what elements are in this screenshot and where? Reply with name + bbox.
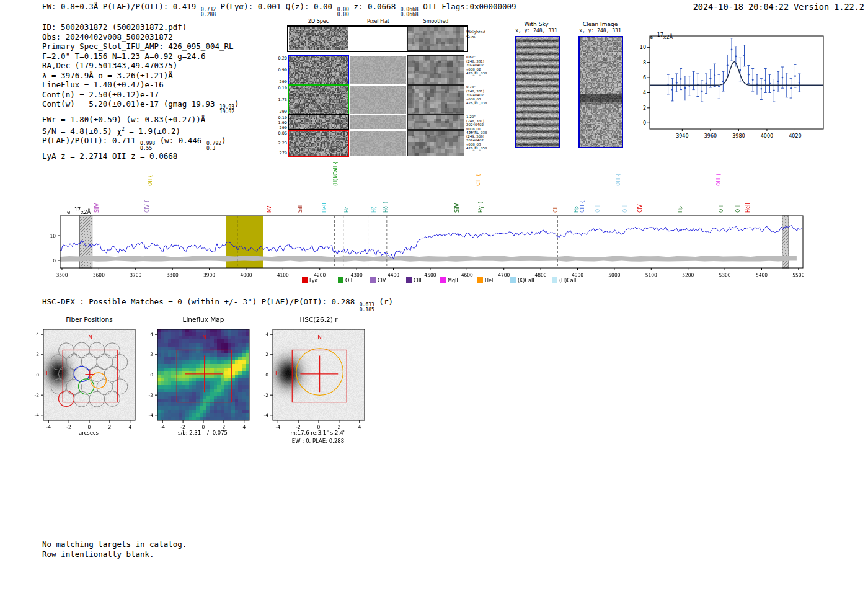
data-point — [760, 88, 762, 90]
x-tick-label: 3500 — [56, 272, 68, 278]
fiber-positions-panel: Fiber Positions -4-4-2-2002244NE arcsecs — [30, 313, 148, 453]
spec2d-strip — [350, 115, 406, 129]
y-tick-label: -4 — [35, 412, 40, 418]
data-point — [731, 49, 733, 51]
panel-xlabel2: EWr: 0. PLAE: 0.288 — [259, 438, 377, 444]
x-tick-label: -4 — [46, 424, 51, 430]
legend-swatch — [510, 277, 516, 283]
line-fit-inset-plot: 394039603980400040200246810 — [632, 31, 831, 146]
y-tick-label: 0 — [265, 372, 268, 378]
footer-line: No matching targets in catalog. — [42, 540, 187, 549]
left-label: 299 — [273, 125, 287, 130]
x-tick-label: 4900 — [572, 272, 583, 278]
text-run: N=1. — [107, 51, 131, 61]
emission-line-label: HeII — [322, 203, 327, 213]
spec2d-row-annotation: 1.92"(249, 506)20240402v008_03426_RL_058 — [466, 130, 497, 151]
x-tick-label: 3940 — [676, 133, 688, 139]
data-point — [794, 75, 796, 77]
info-line: Primary Spec_Slot_IFU_AMP: 426_095_004_R… — [42, 42, 239, 51]
data-point — [722, 81, 724, 82]
data-point — [684, 87, 686, 89]
data-point — [718, 86, 720, 87]
fiber-circle-colored — [74, 366, 89, 381]
emission-line-label: Hγ { — [478, 202, 484, 213]
x-tick-label: 3800 — [167, 272, 179, 278]
info-line: F=2.0" T=0.156 N=1.23 A=0.92 g=24.6 — [42, 51, 239, 61]
stacked-uncertainty: 0.9980.55 — [140, 141, 155, 151]
emission-line-label: Hβ — [678, 206, 683, 213]
info-line: RA,Dec (179.501343,49.470375) — [42, 61, 239, 71]
x-tick-label: 3600 — [93, 272, 105, 278]
fiber-circle — [112, 355, 128, 370]
main-unit-label: e−17x2Å — [67, 207, 91, 215]
data-point — [714, 74, 715, 76]
clean-image — [578, 36, 623, 148]
data-point — [701, 91, 703, 92]
annotation-line: 426_RL_058 — [466, 146, 497, 151]
info-line: S/N = 4.8(±0.5) χ2 = 1.9(±0.2) — [42, 125, 239, 136]
emission-line-label: Hζ — [371, 207, 377, 213]
legend-swatch — [477, 277, 483, 283]
info-line: λ = 3976.9Å σ = 3.26(±1.21)Å — [42, 71, 239, 81]
x-tick-label: 2 — [108, 424, 111, 430]
y-tick-label: -4 — [264, 412, 269, 418]
compass-n: N — [202, 334, 206, 340]
spec2d-strip — [407, 85, 464, 115]
fiber-circle — [66, 354, 82, 370]
data-point — [693, 80, 694, 82]
footer-notes: No matching targets in catalog.Row inten… — [42, 540, 187, 559]
data-point — [671, 89, 673, 91]
data-point — [706, 82, 707, 84]
x-tick-label: 2 — [337, 424, 340, 430]
spec2d-row-left-labels: 0.191.73299 — [273, 86, 287, 114]
x-tick-label: 0 — [88, 424, 91, 430]
lower-bound: 0.185 — [360, 308, 374, 313]
legend-swatch — [406, 277, 412, 283]
stacked-uncertainty: 0.6330.185 — [360, 303, 374, 313]
clean-image-title: Clean Image — [577, 21, 623, 27]
spec2d-col-header: Pixel Flat — [350, 19, 406, 24]
data-point — [727, 64, 728, 66]
compass-e: E — [46, 370, 50, 376]
data-point — [777, 81, 779, 82]
main-spectrum-plot: 3500360037003800390040004100420043004400… — [37, 152, 831, 291]
x-tick-label: -2 — [180, 424, 185, 430]
fiber-circle — [112, 379, 128, 394]
legend-label: HeII — [485, 278, 495, 283]
gaussian-fit-line — [650, 62, 823, 86]
emission-line-label: OIII { — [716, 173, 722, 186]
hsc-dex-match-line: HSC-DEX : Possible Matches = 0 (within +… — [42, 297, 393, 313]
y-tick-label: 8 — [643, 60, 646, 66]
spec2d-col-header: 2D Spec — [289, 19, 348, 24]
data-point — [799, 82, 800, 84]
x-tick-label: 0 — [202, 424, 205, 430]
lower-bound: 0.00 — [337, 12, 349, 17]
left-label: 0.20 — [273, 56, 287, 61]
left-label: 0.19 — [273, 115, 287, 120]
y-tick-label: 0 — [643, 120, 646, 126]
spec2d-row-left-labels: 0.200.99299 — [273, 56, 287, 84]
fiber-circle — [97, 380, 112, 395]
data-point — [680, 78, 682, 80]
x-tick-label: 3980 — [732, 133, 745, 139]
text-run: Obs: 20240402v008_5002031872 — [42, 32, 173, 42]
left-label: 0.06 — [273, 131, 287, 136]
legend-label: CIII — [414, 278, 422, 283]
legend-label: MgII — [448, 278, 458, 283]
text-run: x2Å — [663, 35, 673, 40]
fiber-circle-colored — [79, 379, 94, 394]
text-run: LineFlux = 1.40(±0.47)e-16 — [42, 80, 164, 89]
header-summary-line: EW: 0.8±0.3Å P(LAE)/P(OII): 0.419 0.7320… — [42, 2, 516, 17]
text-run: = 1.9(±0.2) — [125, 127, 180, 136]
text-run: x2Å — [81, 209, 91, 215]
x-tick-label: 3700 — [130, 272, 141, 278]
plot-frame — [157, 329, 249, 420]
emission-line-label: CIV — [637, 204, 643, 213]
emission-line-label: OIII — [719, 205, 724, 213]
y-tick-label: 10 — [640, 45, 646, 50]
legend-label: Lyα — [309, 278, 318, 283]
info-line: Cont(w) = 5.20(±0.01)e-17 (gmag 19.93 19… — [42, 99, 239, 115]
with-sky-title: With Sky — [513, 21, 559, 27]
x-tick-label: 5000 — [608, 272, 620, 278]
overlined-text: 6 — [201, 51, 206, 61]
